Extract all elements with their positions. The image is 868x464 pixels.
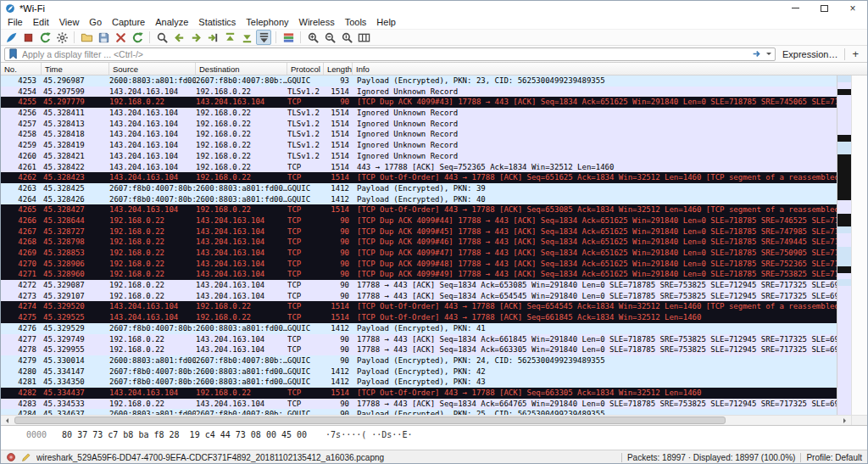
colorize-icon[interactable] (281, 30, 296, 45)
cell-proto: TCP (287, 344, 324, 355)
packet-row-4284[interactable]: 428445.3346372600:8803:a801:fd00…2607:f8… (1, 409, 837, 415)
packet-row-4263[interactable]: 426345.3284252607:f8b0:4007:80b:…2600:88… (1, 183, 837, 194)
packet-row-4262[interactable]: 426245.328423143.204.163.104192.168.0.22… (1, 172, 837, 183)
packet-row-4276[interactable]: 427645.3295292607:f8b0:4007:80b:…2600:88… (1, 323, 837, 334)
stop-capture-icon[interactable] (20, 30, 36, 45)
zoom-in-icon[interactable] (305, 30, 320, 45)
packet-row-4270[interactable]: 427045.328906192.168.0.22143.204.163.104… (1, 259, 837, 270)
cell-time: 45.329087 (42, 280, 109, 291)
scroll-right-button[interactable] (839, 416, 851, 425)
zoom-out-icon[interactable] (322, 30, 337, 45)
column-header-destination[interactable]: Destination (196, 63, 287, 75)
column-header-info[interactable]: Info (353, 63, 867, 75)
packet-row-4283[interactable]: 428345.334533192.168.0.22143.204.163.104… (1, 399, 837, 410)
scrollbar-gutter (851, 75, 867, 415)
packet-row-4274[interactable]: 427445.329520143.204.163.104192.168.0.22… (1, 301, 837, 312)
maximize-button[interactable] (810, 1, 838, 15)
capture-comment-icon[interactable] (21, 452, 31, 462)
reload-file-icon[interactable] (130, 30, 145, 45)
display-filter-input[interactable]: Apply a display filter ... <Ctrl-/> (4, 48, 776, 61)
packet-row-4257[interactable]: 425745.328413143.204.163.104192.168.0.22… (1, 119, 837, 130)
packet-row-4271[interactable]: 427145.328960192.168.0.22143.204.163.104… (1, 269, 837, 280)
menu-view[interactable]: View (54, 17, 85, 27)
packet-row-4259[interactable]: 425945.328419143.204.163.104192.168.0.22… (1, 140, 837, 151)
cell-len: 1514 (324, 312, 353, 323)
go-to-packet-icon[interactable] (205, 30, 220, 45)
column-header-protocol[interactable]: Protocol (287, 63, 324, 75)
menu-tools[interactable]: Tools (340, 17, 372, 27)
expression-button[interactable]: Expression… (781, 49, 839, 59)
menu-wireless[interactable]: Wireless (294, 17, 340, 27)
packet-row-4254[interactable]: 425445.297599143.204.163.104192.168.0.22… (1, 87, 837, 98)
restart-capture-icon[interactable] (37, 30, 53, 45)
menu-statistics[interactable]: Statistics (193, 17, 241, 27)
close-file-icon[interactable] (113, 30, 128, 45)
column-header-no[interactable]: No. (1, 63, 42, 75)
cell-info: [TCP Out-Of-Order] 443 → 17788 [ACK] Seq… (353, 312, 837, 323)
open-file-icon[interactable] (79, 30, 94, 45)
go-forward-icon[interactable] (188, 30, 203, 45)
filter-bookmark-icon[interactable] (8, 48, 19, 59)
hscroll-thumb[interactable] (14, 416, 726, 424)
filter-dropdown-icon[interactable] (766, 53, 771, 58)
go-first-icon[interactable] (222, 30, 237, 45)
packet-row-4279[interactable]: 427945.3300142600:8803:a801:fd00…2607:f8… (1, 355, 837, 366)
column-header-length[interactable]: Length (324, 63, 353, 75)
menu-file[interactable]: File (3, 17, 28, 27)
packet-row-4275[interactable]: 427545.329525143.204.163.104192.168.0.22… (1, 312, 837, 323)
menu-capture[interactable]: Capture (107, 17, 150, 27)
vertical-scrollbar-minimap[interactable] (837, 75, 851, 415)
filter-add-button[interactable]: + (850, 48, 864, 60)
cell-src: 143.204.163.104 (109, 204, 196, 215)
packet-row-4260[interactable]: 426045.328421143.204.163.104192.168.0.22… (1, 151, 837, 162)
window-title: *Wi-Fi (19, 3, 45, 14)
packet-row-4282[interactable]: 428245.334437143.204.163.104192.168.0.22… (1, 388, 837, 399)
minimap-stripe (837, 115, 851, 122)
menu-analyze[interactable]: Analyze (150, 17, 193, 27)
packet-row-4266[interactable]: 426645.328644192.168.0.22143.204.163.104… (1, 215, 837, 226)
cell-time: 45.328421 (42, 151, 109, 162)
profile-label[interactable]: Profile: Default (806, 453, 862, 462)
packet-row-4261[interactable]: 426145.328422143.204.163.104192.168.0.22… (1, 162, 837, 173)
packet-row-4280[interactable]: 428045.3341472607:f8b0:4007:80b:…2600:88… (1, 366, 837, 377)
hscroll-track[interactable] (13, 416, 839, 425)
zoom-reset-icon[interactable] (339, 30, 354, 45)
go-last-icon[interactable] (239, 30, 254, 45)
packet-row-4253[interactable]: 425345.2969872600:8803:a801:fd00…2607:f8… (1, 75, 837, 87)
packet-row-4277[interactable]: 427745.329749192.168.0.22143.204.163.104… (1, 334, 837, 345)
expert-info-icon[interactable] (6, 452, 16, 462)
packet-row-4273[interactable]: 427345.329107192.168.0.22143.204.163.104… (1, 291, 837, 302)
save-file-icon[interactable] (96, 30, 111, 45)
packet-row-4258[interactable]: 425845.328418143.204.163.104192.168.0.22… (1, 129, 837, 140)
packet-row-4256[interactable]: 425645.328411143.204.163.104192.168.0.22… (1, 108, 837, 119)
packet-row-4267[interactable]: 426745.328727192.168.0.22143.204.163.104… (1, 226, 837, 238)
find-packet-icon[interactable] (154, 30, 170, 45)
menu-edit[interactable]: Edit (28, 17, 54, 27)
start-capture-icon[interactable] (3, 30, 19, 45)
horizontal-scrollbar[interactable] (1, 415, 867, 425)
capture-options-icon[interactable] (54, 30, 70, 45)
menu-help[interactable]: Help (371, 17, 401, 27)
packet-row-4281[interactable]: 428145.3343502607:f8b0:4007:80b:…2600:88… (1, 377, 837, 388)
packet-row-4268[interactable]: 426845.328798192.168.0.22143.204.163.104… (1, 237, 837, 248)
scroll-left-button[interactable] (1, 416, 13, 425)
packet-bytes-pane[interactable]: 000080 37 73 c7 b8 ba f8 28 19 c4 44 73 … (1, 425, 867, 450)
minimize-button[interactable] (781, 1, 810, 15)
packet-row-4264[interactable]: 426445.3284262607:f8b0:4007:80b:…2600:88… (1, 194, 837, 205)
column-header-time[interactable]: Time (42, 63, 109, 75)
resize-columns-icon[interactable] (356, 30, 371, 45)
packet-row-4269[interactable]: 426945.328853192.168.0.22143.204.163.104… (1, 248, 837, 259)
scroll-right-icon (843, 418, 849, 423)
column-header-source[interactable]: Source (109, 63, 196, 75)
packet-row-4255[interactable]: 425545.297779192.168.0.22143.204.163.104… (1, 97, 837, 108)
cell-src: 192.168.0.22 (109, 259, 196, 270)
menu-go[interactable]: Go (84, 17, 107, 27)
filter-apply-icon[interactable] (752, 48, 763, 59)
go-back-icon[interactable] (171, 30, 186, 45)
packet-row-4265[interactable]: 426545.328427143.204.163.104192.168.0.22… (1, 204, 837, 215)
menu-telephony[interactable]: Telephony (241, 17, 293, 27)
close-button[interactable]: × (838, 1, 867, 15)
auto-scroll-icon[interactable] (256, 30, 271, 45)
packet-row-4272[interactable]: 427245.329087192.168.0.22143.204.163.104… (1, 280, 837, 291)
packet-row-4278[interactable]: 427845.329955192.168.0.22143.204.163.104… (1, 344, 837, 355)
